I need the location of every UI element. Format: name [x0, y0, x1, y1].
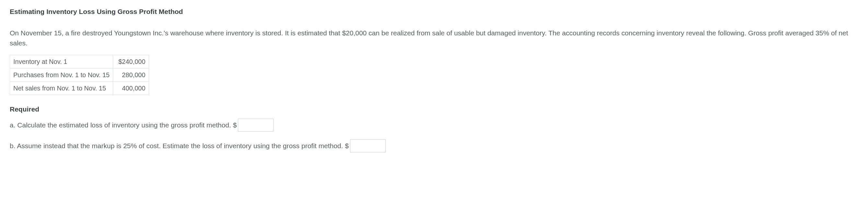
- table-cell-label: Net sales from Nov. 1 to Nov. 15: [10, 81, 113, 95]
- table-row: Purchases from Nov. 1 to Nov. 15 280,000: [10, 68, 149, 81]
- table-cell-value: $240,000: [113, 55, 149, 68]
- required-heading: Required: [10, 104, 858, 115]
- problem-intro: On November 15, a fire destroyed Youngst…: [10, 28, 858, 48]
- table-row: Net sales from Nov. 1 to Nov. 15 400,000: [10, 81, 149, 95]
- question-b: b. Assume instead that the markup is 25%…: [10, 140, 858, 152]
- question-a-text: a. Calculate the estimated loss of inven…: [10, 120, 237, 130]
- answer-a-input[interactable]: [238, 119, 274, 132]
- table-cell-label: Purchases from Nov. 1 to Nov. 15: [10, 68, 113, 81]
- table-row: Inventory at Nov. 1 $240,000: [10, 55, 149, 68]
- question-a: a. Calculate the estimated loss of inven…: [10, 119, 858, 132]
- answer-b-input[interactable]: [350, 140, 386, 152]
- table-cell-label: Inventory at Nov. 1: [10, 55, 113, 68]
- question-b-text: b. Assume instead that the markup is 25%…: [10, 141, 349, 151]
- page-title: Estimating Inventory Loss Using Gross Pr…: [10, 6, 858, 17]
- data-table: Inventory at Nov. 1 $240,000 Purchases f…: [10, 55, 149, 95]
- table-cell-value: 280,000: [113, 68, 149, 81]
- table-cell-value: 400,000: [113, 81, 149, 95]
